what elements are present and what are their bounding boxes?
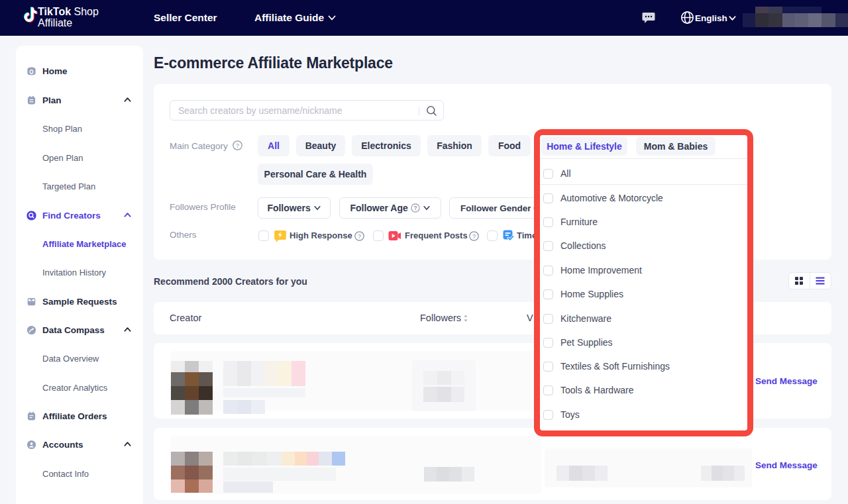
svg-text:?: ? — [413, 205, 417, 211]
svg-text:?: ? — [472, 233, 476, 240]
svg-text:?: ? — [236, 142, 239, 149]
svg-text:?: ? — [358, 233, 361, 240]
